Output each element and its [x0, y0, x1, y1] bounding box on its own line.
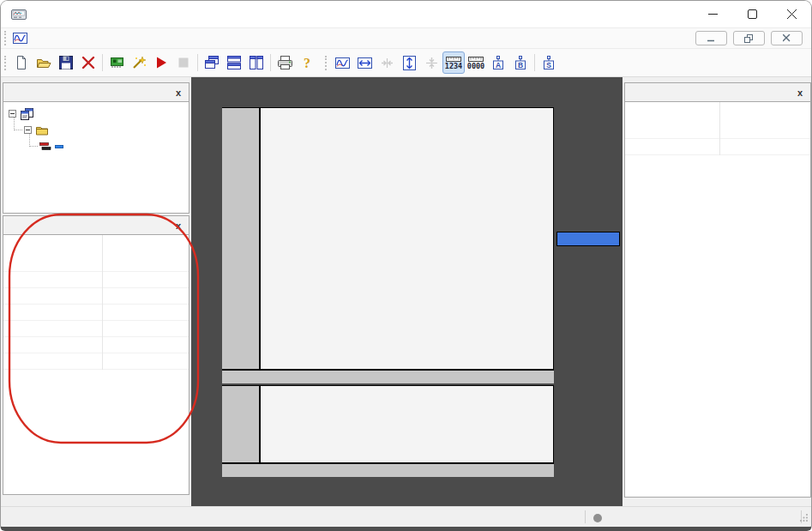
cascade-windows-button[interactable] — [201, 51, 223, 74]
yt-window-doc-icon — [12, 31, 28, 45]
svg-text:0000: 0000 — [467, 62, 484, 70]
menu-file[interactable] — [33, 37, 52, 40]
tree-item-newfile1[interactable] — [3, 122, 189, 138]
print-button[interactable] — [274, 51, 296, 74]
file-viewer-close-icon[interactable]: x — [173, 87, 183, 98]
tree-label-selected — [55, 145, 63, 148]
child-minimize-button[interactable] — [695, 31, 727, 45]
final-input-data-viewer-panel: x — [624, 82, 811, 498]
collapse-icon[interactable] — [9, 110, 16, 118]
delete-button[interactable] — [77, 51, 99, 74]
menu-bar — [1, 28, 811, 49]
property-viewer-header: x — [3, 216, 189, 235]
wizard-button[interactable] — [128, 51, 150, 74]
digital-display-1234-button[interactable]: 1234 — [442, 51, 465, 74]
file-tree — [3, 102, 189, 154]
help-about-button[interactable]: ? — [296, 51, 318, 74]
table-row[interactable] — [3, 353, 189, 370]
table-row[interactable] — [3, 272, 189, 288]
tree-item-file-viewer-root[interactable] — [3, 106, 189, 122]
t-axis-expand-button[interactable] — [353, 51, 376, 74]
table-row[interactable] — [625, 123, 810, 139]
toolbar-separator — [102, 54, 103, 71]
yt-plot[interactable] — [259, 108, 554, 369]
status-bar — [1, 506, 811, 527]
channel-0-chip[interactable] — [556, 232, 620, 246]
device-settings-button[interactable] — [105, 51, 128, 74]
svg-text:1234: 1234 — [445, 62, 462, 70]
menubar-gripper[interactable] — [4, 31, 6, 45]
property-viewer-panel: x — [3, 215, 189, 495]
toolbar-gripper-2[interactable] — [325, 56, 327, 70]
menu-help[interactable] — [109, 37, 128, 40]
overview-t-axis-scale[interactable] — [222, 462, 554, 477]
minimize-button[interactable] — [693, 1, 732, 27]
y-axis-expand-button[interactable] — [398, 51, 420, 74]
table-row[interactable] — [3, 305, 189, 321]
content-area: x — [1, 77, 811, 506]
overview-plot-frame — [222, 385, 554, 462]
toolbar-separator — [270, 54, 271, 71]
y-axis-compress-button[interactable] — [420, 51, 442, 74]
channel-icon — [39, 142, 51, 151]
menu-window[interactable] — [90, 37, 109, 40]
svg-text:A: A — [496, 61, 501, 69]
file-viewer-header: x — [3, 83, 189, 102]
t-axis-scale[interactable] — [222, 369, 554, 383]
overview-y-axis-scale[interactable] — [222, 386, 259, 462]
svg-text:S: S — [546, 61, 551, 69]
yt-window — [191, 77, 623, 506]
start-measure-button[interactable] — [150, 51, 172, 74]
table-row[interactable] — [3, 256, 189, 272]
digital-display-0000-button[interactable]: 0000 — [465, 51, 487, 74]
svg-text:B: B — [518, 61, 523, 69]
resize-grip[interactable] — [800, 512, 809, 524]
overview-plot[interactable] — [259, 386, 554, 462]
cursor-b-button[interactable]: B — [509, 51, 532, 74]
stop-measure-button[interactable] — [172, 51, 195, 74]
child-restore-button[interactable] — [733, 31, 765, 45]
yt-window-display-button[interactable] — [331, 51, 353, 74]
maximize-button[interactable] — [732, 1, 772, 27]
collapse-icon[interactable] — [24, 126, 32, 134]
final-input-viewer-close-icon[interactable]: x — [795, 87, 805, 98]
file-viewer-root-icon — [20, 108, 33, 120]
tile-vertical-button[interactable] — [245, 51, 268, 74]
property-viewer-close-icon[interactable]: x — [173, 220, 183, 231]
tile-horizontal-button[interactable] — [223, 51, 245, 74]
table-row[interactable] — [3, 337, 189, 353]
toolbar: ? 1234 0000 A B S — [1, 49, 811, 77]
table-row[interactable] — [625, 139, 810, 155]
new-file-button[interactable] — [10, 51, 33, 74]
child-close-button[interactable] — [771, 31, 803, 45]
final-input-table-header — [625, 102, 810, 123]
save-file-button[interactable] — [55, 51, 77, 74]
caption-buttons — [693, 1, 811, 27]
close-button[interactable] — [772, 1, 811, 27]
cursor-a-button[interactable]: A — [487, 51, 509, 74]
title-bar — [1, 1, 811, 28]
final-input-table — [625, 102, 810, 155]
mdi-child-buttons — [695, 31, 803, 45]
open-file-button[interactable] — [33, 51, 55, 74]
folder-icon — [35, 124, 49, 136]
file-viewer-panel: x — [3, 82, 189, 214]
statusbar-separator — [585, 510, 586, 523]
y-axis-scale[interactable] — [222, 108, 259, 369]
table-row[interactable] — [3, 321, 189, 337]
toolbar-separator — [197, 54, 198, 71]
table-row[interactable] — [3, 288, 189, 305]
app-window: ? 1234 0000 A B S x — [0, 0, 812, 531]
t-axis-compress-button[interactable] — [376, 51, 398, 74]
menu-device[interactable] — [71, 37, 90, 40]
toolbar-separator — [534, 54, 535, 71]
device-status-dot-icon — [593, 514, 602, 522]
cursor-s-button[interactable]: S — [538, 51, 560, 74]
final-input-viewer-header: x — [625, 83, 810, 102]
menu-view[interactable] — [52, 37, 71, 40]
app-icon — [11, 8, 27, 21]
property-table — [3, 235, 189, 370]
main-plot-frame — [222, 107, 554, 369]
toolbar-gripper-1[interactable] — [4, 56, 6, 70]
svg-text:?: ? — [304, 56, 310, 70]
